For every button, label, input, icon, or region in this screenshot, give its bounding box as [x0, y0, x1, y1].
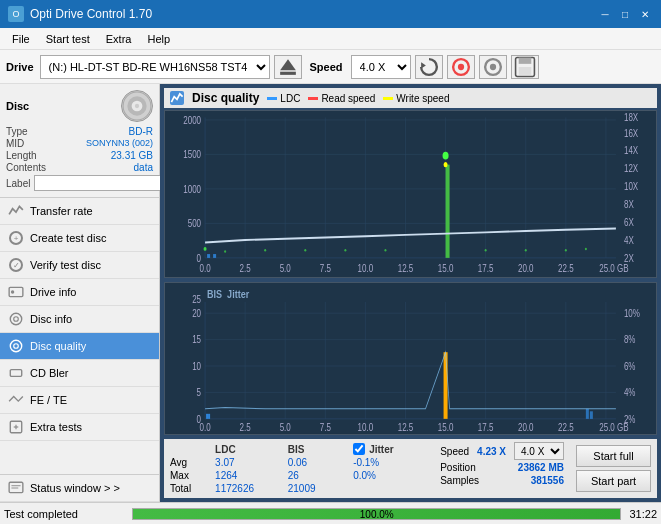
svg-text:22.5: 22.5	[558, 423, 574, 434]
svg-point-83	[585, 248, 587, 251]
close-button[interactable]: ✕	[637, 6, 653, 22]
nav-create-test-disc[interactable]: + Create test disc	[0, 225, 159, 252]
charts-area: 0 500 1000 1500 2000 2X 4X 6X 8X 10X 12X…	[164, 110, 657, 498]
avg-ldc: 3.07	[215, 456, 288, 469]
speed-current: 4.23 X	[477, 446, 506, 457]
svg-point-73	[204, 247, 207, 251]
maximize-button[interactable]: □	[617, 6, 633, 22]
menu-help[interactable]: Help	[139, 31, 178, 47]
save-button[interactable]	[511, 55, 539, 79]
start-full-button[interactable]: Start full	[576, 445, 651, 467]
menu-extra[interactable]: Extra	[98, 31, 140, 47]
nav-extra-tests[interactable]: Extra tests	[0, 414, 159, 441]
svg-text:5.0: 5.0	[280, 263, 291, 274]
nav-transfer-rate[interactable]: Transfer rate	[0, 198, 159, 225]
disc2-icon-button[interactable]	[479, 55, 507, 79]
svg-text:20: 20	[192, 308, 201, 319]
speed-label-text: Speed	[440, 446, 469, 457]
chart-header: Disc quality LDC Read speed Write speed	[164, 88, 657, 108]
status-text: Test completed	[4, 508, 124, 520]
speed-label: Speed	[310, 61, 343, 73]
minimize-button[interactable]: ─	[597, 6, 613, 22]
verify-test-disc-icon: ✓	[8, 257, 24, 273]
label-input[interactable]	[34, 175, 167, 191]
svg-text:16X: 16X	[624, 128, 638, 139]
position-value: 23862 MB	[518, 462, 564, 473]
svg-text:17.5: 17.5	[478, 423, 494, 434]
avg-bis: 0.06	[288, 456, 343, 469]
nav-disc-info[interactable]: Disc info	[0, 306, 159, 333]
svg-text:12X: 12X	[624, 163, 638, 174]
svg-text:0.0: 0.0	[200, 423, 211, 434]
svg-marker-0	[280, 59, 296, 70]
svg-text:18X: 18X	[624, 112, 638, 123]
svg-text:10X: 10X	[624, 181, 638, 192]
window-controls: ─ □ ✕	[597, 6, 653, 22]
jitter-checkbox[interactable]	[353, 443, 365, 455]
svg-point-6	[489, 63, 495, 69]
svg-point-16	[10, 313, 21, 324]
svg-point-13	[135, 104, 139, 108]
read-speed-color	[308, 97, 318, 100]
type-row: Type BD-R	[6, 126, 153, 137]
speed-select[interactable]: 4.0 X	[351, 55, 411, 79]
status-window-icon	[8, 480, 24, 496]
svg-text:5.0: 5.0	[280, 423, 291, 434]
svg-text:6%: 6%	[624, 361, 636, 372]
nav-fe-te[interactable]: FE / TE	[0, 387, 159, 414]
svg-point-82	[565, 249, 567, 252]
svg-text:5: 5	[197, 387, 201, 398]
nav-label-drive-info: Drive info	[30, 286, 76, 298]
total-ldc: 1172626	[215, 482, 288, 495]
speed-row: Speed 4.23 X 4.0 X	[440, 442, 564, 460]
eject-button[interactable]	[274, 55, 302, 79]
svg-rect-127	[444, 352, 448, 419]
button-area: Start full Start part	[570, 439, 657, 498]
nav-label-cd-bler: CD Bler	[30, 367, 69, 379]
menu-file[interactable]: File	[4, 31, 38, 47]
disc-icon-button[interactable]	[447, 55, 475, 79]
svg-text:4X: 4X	[624, 235, 634, 246]
max-ldc: 1264	[215, 469, 288, 482]
svg-rect-24	[9, 482, 23, 492]
samples-row: Samples 381556	[440, 475, 564, 486]
svg-point-74	[224, 250, 226, 253]
nav-disc-quality[interactable]: Disc quality	[0, 333, 159, 360]
total-bis: 21009	[288, 482, 343, 495]
stats-area: LDC BIS Jitter Avg	[164, 439, 657, 498]
progress-bar-container: 100.0%	[132, 508, 621, 520]
nav-cd-bler[interactable]: CD Bler	[0, 360, 159, 387]
total-label: Total	[170, 482, 215, 495]
nav-status-window[interactable]: Status window > >	[0, 474, 159, 502]
refresh-button[interactable]	[415, 55, 443, 79]
svg-point-77	[344, 249, 346, 252]
svg-point-75	[264, 249, 266, 252]
svg-text:20.0: 20.0	[518, 263, 534, 274]
disc-section-title: Disc	[6, 100, 29, 112]
contents-row: Contents data	[6, 162, 153, 173]
titlebar: O Opti Drive Control 1.70 ─ □ ✕	[0, 0, 661, 28]
nav-drive-info[interactable]: Drive info	[0, 279, 159, 306]
svg-text:12.5: 12.5	[398, 423, 414, 434]
svg-point-4	[457, 63, 463, 69]
max-jitter: 0.0%	[353, 469, 428, 482]
write-speed-color	[383, 97, 393, 100]
svg-rect-8	[518, 57, 531, 63]
svg-text:25.0 GB: 25.0 GB	[599, 263, 628, 274]
menu-start-test[interactable]: Start test	[38, 31, 98, 47]
svg-rect-70	[213, 254, 216, 258]
svg-text:8X: 8X	[624, 199, 634, 210]
legend-ldc: LDC	[267, 93, 300, 104]
start-part-button[interactable]: Start part	[576, 470, 651, 492]
speed-dropdown[interactable]: 4.0 X	[514, 442, 564, 460]
nav-verify-test-disc[interactable]: ✓ Verify test disc	[0, 252, 159, 279]
extra-tests-icon	[8, 419, 24, 435]
samples-value: 381556	[531, 475, 564, 486]
right-panel: Disc quality LDC Read speed Write speed	[160, 84, 661, 502]
disc-image	[121, 90, 153, 122]
svg-text:BIS: BIS	[207, 288, 222, 300]
drive-select[interactable]: (N:) HL-DT-ST BD-RE WH16NS58 TST4	[40, 55, 270, 79]
max-bis: 26	[288, 469, 343, 482]
svg-text:22.5: 22.5	[558, 263, 574, 274]
app-title: Opti Drive Control 1.70	[30, 7, 152, 21]
